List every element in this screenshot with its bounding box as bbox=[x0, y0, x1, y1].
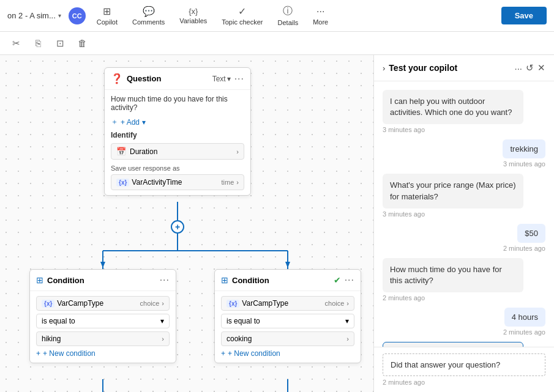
condition-right-title: Condition bbox=[232, 276, 330, 285]
variable-row[interactable]: {x} VarActivityTime time › bbox=[111, 174, 244, 190]
user-message-3-time: 2 minutes ago bbox=[503, 328, 545, 336]
plus-button-1[interactable]: + bbox=[171, 220, 184, 234]
svg-marker-8 bbox=[285, 262, 290, 268]
condition-right-new-condition-button[interactable]: + + New condition bbox=[221, 349, 354, 358]
condition-left-var-type: choice bbox=[140, 300, 160, 307]
footer-input[interactable]: Did that answer your question? bbox=[383, 353, 545, 376]
condition-right-var-row[interactable]: {x} VarCampType choice › bbox=[221, 296, 354, 311]
condition-left-more-button[interactable]: ··· bbox=[160, 275, 170, 286]
test-panel-more-button[interactable]: ··· bbox=[514, 62, 522, 73]
details-icon: ⓘ bbox=[283, 5, 293, 18]
var-chevron-icon: › bbox=[236, 179, 239, 186]
condition-right-operator: is equal to bbox=[226, 317, 260, 325]
test-panel-actions: ··· ↺ ✕ bbox=[514, 62, 545, 73]
bot-message-3-time: 2 minutes ago bbox=[383, 294, 545, 301]
user-message-2-text: $50 bbox=[525, 229, 538, 238]
question-text: How much time do you have for this activ… bbox=[111, 95, 244, 112]
test-panel-title: Test your copilot bbox=[389, 63, 511, 73]
condition-right-operator-chevron-icon: ▾ bbox=[345, 317, 349, 325]
topic-checker-button[interactable]: ✓ Topic checker bbox=[215, 3, 269, 28]
user-message-3-text: 4 hours bbox=[512, 312, 538, 322]
message-6: 4 hours 2 minutes ago bbox=[383, 308, 545, 336]
add-label: + Add bbox=[121, 118, 140, 127]
bot-message-3: How much time do you have for this activ… bbox=[383, 258, 523, 292]
condition-right-more-button[interactable]: ··· bbox=[345, 275, 354, 286]
condition-right-value-chevron-icon: › bbox=[346, 335, 349, 342]
condition-left-title: Condition bbox=[47, 276, 156, 285]
question-type: Text ▾ bbox=[212, 75, 231, 83]
title-chevron-icon[interactable]: ▾ bbox=[58, 12, 61, 19]
condition-right-header: ⊞ Condition ✔ ··· bbox=[215, 270, 361, 291]
page-title-section: on 2 - A sim... ▾ bbox=[7, 11, 61, 20]
test-panel-collapse-button[interactable]: › bbox=[383, 64, 385, 73]
condition-right-value: cooking bbox=[226, 335, 252, 343]
condition-left-body: {x} VarCampType choice › is equal to ▾ h… bbox=[30, 291, 176, 363]
paste-button[interactable]: ⊡ bbox=[51, 35, 69, 52]
condition-right-value-row[interactable]: cooking › bbox=[221, 331, 354, 346]
flow-canvas[interactable]: ❓ Question Text ▾ ··· How much time do y… bbox=[0, 55, 373, 392]
details-button[interactable]: ⓘ Details bbox=[272, 2, 305, 29]
test-panel-refresh-button[interactable]: ↺ bbox=[526, 62, 534, 73]
question-type-chevron-icon: ▾ bbox=[227, 75, 231, 83]
cut-button[interactable]: ✂ bbox=[7, 35, 24, 52]
comments-label: Comments bbox=[132, 18, 165, 26]
topic-checker-icon: ✓ bbox=[238, 6, 246, 17]
message-3: What's your price range (Max price) for … bbox=[383, 174, 545, 217]
condition-left-icon: ⊞ bbox=[36, 275, 43, 285]
message-2: trekking 3 minutes ago bbox=[383, 139, 545, 168]
save-button[interactable]: Save bbox=[501, 7, 547, 24]
condition-right-operator-select[interactable]: is equal to ▾ bbox=[221, 314, 354, 328]
condition-right-check-icon: ✔ bbox=[334, 275, 341, 285]
question-more-button[interactable]: ··· bbox=[234, 73, 244, 84]
user-message-1-time: 3 minutes ago bbox=[503, 160, 545, 168]
condition-right-var-name: VarCampType bbox=[242, 299, 322, 308]
identify-row[interactable]: 📅 Duration › bbox=[111, 143, 244, 160]
bot-message-1-time: 3 minutes ago bbox=[383, 126, 545, 133]
comments-icon: 💬 bbox=[143, 6, 155, 17]
bot-message-1-text: I can help you with outdoor activities. … bbox=[390, 97, 512, 117]
condition-left-var-row[interactable]: {x} VarCampType choice › bbox=[36, 296, 170, 311]
comments-button[interactable]: 💬 Comments bbox=[126, 3, 171, 28]
footer-time: 2 minutes ago bbox=[383, 379, 545, 386]
question-title: Question bbox=[127, 74, 209, 83]
main-content: ❓ Question Text ▾ ··· How much time do y… bbox=[0, 55, 554, 392]
condition-left-var-chevron-icon: › bbox=[162, 300, 164, 307]
bot-message-3-text: How much time do you have for this activ… bbox=[390, 265, 502, 285]
copilot-button[interactable]: ⊞ Copilot bbox=[91, 3, 124, 28]
flow-container: ❓ Question Text ▾ ··· How much time do y… bbox=[12, 67, 373, 392]
condition-left-var-name: VarCampType bbox=[57, 299, 137, 308]
condition-right-body: {x} VarCampType choice › is equal to ▾ c… bbox=[215, 291, 361, 363]
bot-message-1: I can help you with outdoor activities. … bbox=[383, 90, 523, 124]
copilot-icon: ⊞ bbox=[103, 6, 111, 17]
topic-checker-label: Topic checker bbox=[222, 18, 263, 26]
test-panel: › Test your copilot ··· ↺ ✕ I can help y… bbox=[373, 55, 554, 392]
condition-left-value-chevron-icon: › bbox=[162, 335, 164, 342]
page-title: on 2 - A sim... bbox=[7, 11, 56, 20]
copilot-label: Copilot bbox=[97, 18, 118, 26]
user-message-2-time: 2 minutes ago bbox=[503, 245, 545, 252]
condition-right-var-badge: {x} bbox=[226, 300, 239, 308]
test-panel-messages: I can help you with outdoor activities. … bbox=[374, 81, 554, 347]
more-button[interactable]: ··· More bbox=[307, 4, 334, 28]
identify-section-label: Identify bbox=[111, 131, 244, 139]
condition-card-left: ⊞ Condition ··· {x} VarCampType choice ›… bbox=[29, 269, 176, 363]
condition-right-new-condition-plus-icon: + bbox=[221, 349, 225, 358]
test-panel-footer: Did that answer your question? 2 minutes… bbox=[374, 347, 554, 392]
user-message-3: 4 hours bbox=[504, 308, 545, 327]
copy-button[interactable]: ⎘ bbox=[29, 35, 47, 52]
question-card: ❓ Question Text ▾ ··· How much time do y… bbox=[104, 67, 251, 196]
condition-left-operator: is equal to bbox=[42, 317, 75, 325]
condition-left-new-condition-button[interactable]: + + New condition bbox=[36, 349, 170, 358]
condition-left-value-row[interactable]: hiking › bbox=[36, 331, 170, 346]
identify-chevron-icon: › bbox=[236, 148, 239, 155]
condition-left-operator-chevron-icon: ▾ bbox=[160, 317, 164, 325]
condition-left-operator-select[interactable]: is equal to ▾ bbox=[36, 314, 170, 328]
var-type: time bbox=[222, 179, 234, 186]
delete-button[interactable]: 🗑 bbox=[73, 35, 91, 52]
question-type-text: Text bbox=[212, 75, 226, 83]
condition-left-var-badge: {x} bbox=[42, 300, 54, 308]
more-label: More bbox=[313, 18, 328, 26]
variables-button[interactable]: {x} Variables bbox=[173, 4, 213, 27]
test-panel-close-button[interactable]: ✕ bbox=[537, 62, 545, 73]
add-button[interactable]: ＋ + Add ▾ bbox=[111, 117, 244, 127]
